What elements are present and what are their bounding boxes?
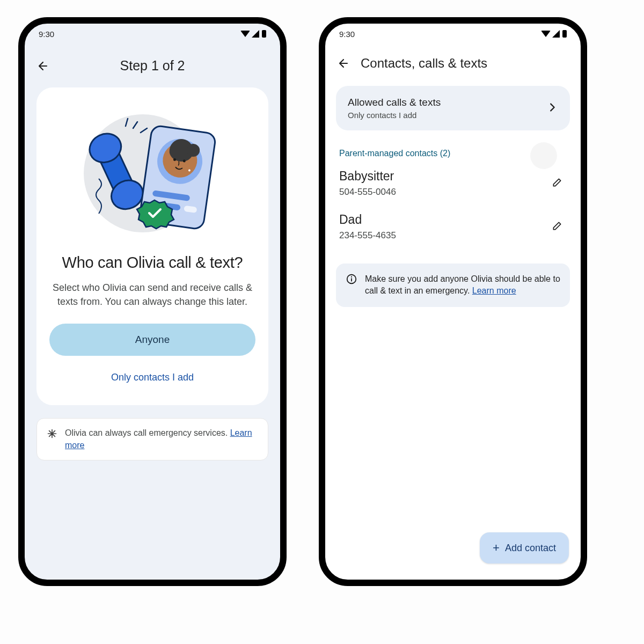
plus-icon: +: [493, 541, 500, 555]
chevron-right-icon: [546, 101, 558, 115]
status-icons: [541, 30, 567, 38]
add-contact-button[interactable]: + Add contact: [480, 532, 569, 564]
page-title: Step 1 of 2: [49, 58, 255, 74]
page-title: Contacts, calls & texts: [361, 56, 487, 71]
who-can-call-illustration: [77, 104, 228, 243]
card-description: Select who Olivia can send and receive c…: [49, 281, 255, 309]
learn-more-link[interactable]: Learn more: [472, 286, 516, 295]
phone-contacts-settings: 9:30 Contacts, calls & texts Allowed cal…: [319, 17, 587, 586]
back-arrow-icon[interactable]: [337, 57, 350, 70]
contact-row[interactable]: Dad 234-555-4635: [325, 205, 581, 248]
touch-ripple-icon: [530, 142, 557, 169]
contact-phone: 504-555-0046: [339, 187, 396, 197]
allowed-calls-title: Allowed calls & texts: [348, 97, 441, 108]
contact-phone: 234-555-4635: [339, 230, 396, 241]
medical-icon: [47, 428, 57, 451]
allowed-calls-row[interactable]: Allowed calls & texts Only contacts I ad…: [336, 86, 570, 130]
onboarding-card: Who can Olivia call & text? Select who O…: [36, 87, 268, 405]
header: Step 1 of 2: [25, 44, 280, 87]
add-contact-label: Add contact: [505, 543, 556, 554]
cell-signal-icon: [252, 30, 259, 38]
status-bar: 9:30: [25, 24, 280, 44]
emergency-note: Olivia can always call emergency service…: [36, 418, 268, 460]
svg-point-16: [351, 276, 352, 277]
status-bar: 9:30: [325, 24, 581, 44]
only-contacts-button[interactable]: Only contacts I add: [49, 365, 255, 389]
back-arrow-icon[interactable]: [36, 60, 49, 72]
contact-name: Babysitter: [339, 169, 396, 184]
battery-icon: [262, 30, 266, 38]
emergency-note-text: Olivia can always call emergency service…: [65, 427, 258, 451]
info-icon: [346, 273, 357, 297]
contact-name: Dad: [339, 213, 396, 227]
status-time: 9:30: [39, 30, 54, 39]
svg-rect-15: [351, 278, 352, 281]
emergency-info-box: Make sure you add anyone Olivia should b…: [336, 264, 570, 307]
section-label-managed-contacts: Parent-managed contacts (2): [339, 149, 567, 158]
wifi-icon: [541, 31, 551, 37]
status-icons: [240, 30, 266, 38]
edit-icon[interactable]: [547, 216, 567, 238]
status-time: 9:30: [339, 30, 355, 39]
emergency-info-text: Make sure you add anyone Olivia should b…: [365, 273, 560, 297]
battery-icon: [562, 30, 567, 38]
anyone-button[interactable]: Anyone: [49, 324, 255, 356]
header: Contacts, calls & texts: [325, 44, 581, 86]
edit-icon[interactable]: [547, 173, 567, 194]
card-title: Who can Olivia call & text?: [49, 253, 255, 272]
cell-signal-icon: [552, 30, 560, 38]
phone-step1: 9:30 Step 1 of 2: [18, 17, 287, 586]
wifi-icon: [240, 31, 250, 37]
allowed-calls-subtitle: Only contacts I add: [348, 111, 441, 120]
